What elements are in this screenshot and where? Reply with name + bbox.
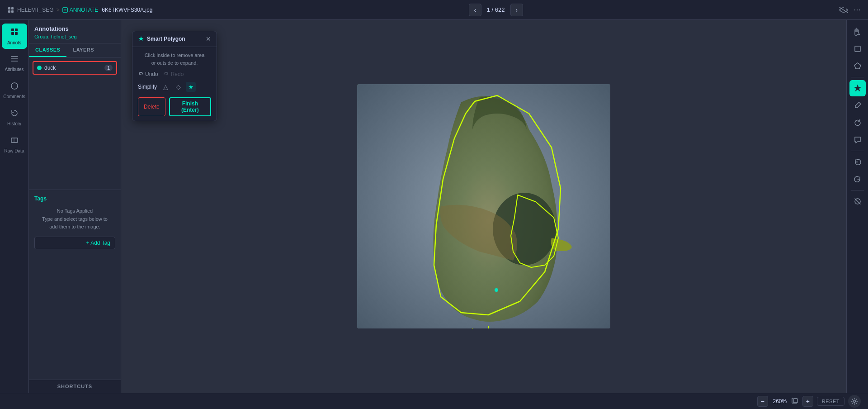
zoom-in-button[interactable]: + — [802, 396, 813, 407]
svg-rect-9 — [15, 32, 18, 35]
finish-button[interactable]: Finish (Enter) — [169, 97, 211, 116]
svg-point-27 — [854, 400, 856, 402]
visibility-toggle-button[interactable] — [839, 7, 848, 13]
svg-rect-1 — [11, 7, 14, 10]
comments-label: Comments — [3, 94, 25, 99]
topbar-right: ⋯ — [839, 5, 861, 14]
smart-polygon-dialog-icon — [138, 36, 144, 42]
annots-label: Annots — [7, 40, 21, 45]
attributes-label: Attributes — [5, 67, 24, 72]
brush-tool-button[interactable] — [849, 97, 866, 114]
panel-tabs: CLASSES LAYERS — [29, 43, 121, 57]
sidebar-item-history[interactable]: History — [2, 105, 27, 130]
breadcrumb-mode: ANNOTATE — [62, 7, 99, 13]
smart-polygon-button[interactable] — [849, 80, 866, 96]
sidebar-item-attributes[interactable]: Attributes — [2, 51, 27, 76]
simplify-diamond-icon[interactable]: ◇ — [173, 82, 183, 92]
undo-tool-icon — [854, 158, 862, 166]
svg-rect-0 — [8, 7, 10, 10]
annotation-canvas[interactable] — [357, 84, 610, 328]
simplify-star-icon[interactable]: ★ — [186, 82, 196, 92]
comment-tool-button[interactable] — [849, 132, 866, 148]
svg-rect-2 — [8, 10, 10, 13]
dialog-title: Smart Polygon — [138, 36, 185, 42]
rect-select-button[interactable] — [849, 41, 866, 57]
topbar-left: HELEMT_SEG > ANNOTATE 6K6TKWVFS30A.jpg — [7, 6, 152, 14]
simplify-row: Simplify △ ◇ ★ — [138, 82, 211, 92]
panel-header: Annotations Group: helmet_seg — [29, 20, 121, 43]
settings-icon — [851, 398, 858, 405]
panel-group: Group: helmet_seg — [34, 34, 115, 39]
annotation-overlay — [357, 84, 610, 328]
class-item-duck[interactable]: duck 1 — [33, 61, 117, 75]
comment-icon — [854, 136, 862, 144]
tab-classes[interactable]: CLASSES — [29, 43, 66, 57]
sidebar-item-comments[interactable]: Comments — [2, 78, 27, 103]
simplify-triangle-icon[interactable]: △ — [160, 82, 170, 92]
rotate-icon — [854, 119, 862, 127]
copy-icon — [792, 397, 799, 404]
svg-point-13 — [11, 83, 18, 89]
raw-data-icon — [10, 136, 19, 147]
tags-section: Tags No Tags Applied Type and select tag… — [29, 190, 121, 255]
dialog-body: Click inside to remove area or outside t… — [132, 47, 217, 121]
dialog-hint: Click inside to remove area or outside t… — [138, 52, 211, 67]
svg-rect-8 — [11, 32, 14, 35]
erase-tool-button[interactable] — [849, 193, 866, 209]
smart-polygon-icon — [854, 84, 862, 92]
sidebar-item-annots[interactable]: Annots — [2, 24, 27, 49]
zoom-copy-button[interactable] — [792, 397, 799, 405]
dialog-actions: Delete Finish (Enter) — [138, 97, 211, 116]
svg-rect-22 — [855, 46, 860, 52]
redo-tool-button[interactable] — [849, 171, 866, 187]
annotations-panel: Annotations Group: helmet_seg CLASSES LA… — [29, 20, 121, 393]
raw-data-label: Raw Data — [5, 148, 24, 153]
class-color-dot — [37, 66, 42, 70]
more-options-button[interactable]: ⋯ — [854, 5, 861, 14]
undo-button[interactable]: Undo — [138, 71, 158, 77]
breadcrumb-separator: > — [57, 7, 60, 13]
project-icon — [7, 6, 14, 14]
no-tags-message: No Tags Applied Type and select tags bel… — [34, 207, 115, 231]
canvas-area[interactable]: Smart Polygon ✕ Click inside to remove a… — [121, 20, 846, 393]
add-tag-button[interactable]: + Add Tag — [34, 237, 115, 249]
reset-zoom-button[interactable]: RESET — [817, 397, 844, 406]
tool-divider-2 — [851, 151, 864, 151]
hand-icon — [854, 28, 862, 36]
tool-divider-3 — [851, 190, 864, 190]
shortcuts-bar[interactable]: SHORTCUTS — [29, 380, 121, 393]
annotate-icon — [62, 7, 68, 13]
prev-image-button[interactable]: ‹ — [469, 4, 481, 16]
rotate-tool-button[interactable] — [849, 114, 866, 131]
delete-button[interactable]: Delete — [138, 97, 165, 116]
right-toolbar — [846, 20, 868, 393]
dialog-close-button[interactable]: ✕ — [206, 36, 211, 42]
attributes-icon — [10, 55, 19, 65]
zoom-level: 260% — [772, 398, 788, 404]
topbar-filename: 6K6TKWVFS30A.jpg — [102, 7, 152, 13]
redo-button[interactable]: Redo — [164, 71, 184, 77]
svg-rect-3 — [11, 10, 14, 13]
panel-title: Annotations — [34, 25, 115, 32]
left-sidebar: Annots Attributes Comments — [0, 20, 29, 393]
eye-slash-icon — [839, 7, 848, 13]
undo-tool-button[interactable] — [849, 154, 866, 170]
main-layout: Annots Attributes Comments — [0, 20, 868, 393]
sidebar-item-raw-data[interactable]: Raw Data — [2, 132, 27, 157]
next-image-button[interactable]: › — [510, 4, 523, 16]
zoom-out-button[interactable]: − — [757, 396, 768, 407]
comments-icon — [10, 82, 19, 92]
svg-rect-7 — [15, 29, 18, 31]
tab-layers[interactable]: LAYERS — [66, 43, 100, 57]
rect-icon — [854, 45, 862, 53]
polygon-tool-button[interactable] — [849, 58, 866, 74]
undo-redo-row: Undo Redo — [138, 71, 211, 77]
class-item-left: duck — [37, 65, 56, 71]
topbar-center: ‹ 1 / 622 › — [469, 4, 523, 16]
hand-tool-button[interactable] — [849, 24, 866, 40]
topbar: HELEMT_SEG > ANNOTATE 6K6TKWVFS30A.jpg ‹… — [0, 0, 868, 20]
simplify-icons: △ ◇ ★ — [160, 82, 196, 92]
annots-icon — [10, 27, 19, 38]
settings-button[interactable] — [848, 395, 861, 408]
duck-image — [357, 84, 610, 328]
